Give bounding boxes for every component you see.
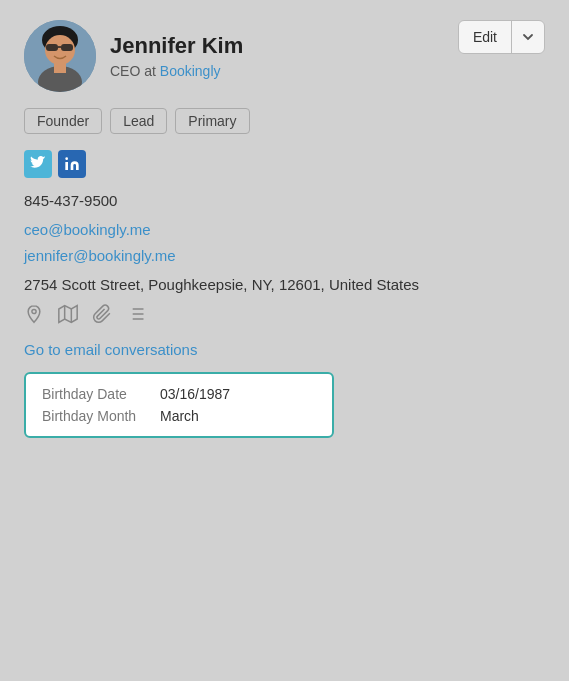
edit-dropdown-button[interactable] [512,21,544,53]
phone-section: 845-437-9500 [24,190,545,213]
contact-header: Jennifer Kim CEO at Bookingly Edit [24,20,545,92]
birthday-month-label: Birthday Month [42,408,152,424]
email-2[interactable]: jennifer@bookingly.me [24,245,545,268]
contact-role: CEO at Bookingly [110,63,243,79]
tag-founder[interactable]: Founder [24,108,102,134]
birthday-date-value: 03/16/1987 [160,386,230,402]
birthday-month-row: Birthday Month March [42,408,316,424]
list-icon[interactable] [126,304,146,329]
phone-number[interactable]: 845-437-9500 [24,190,545,213]
linkedin-icon [64,156,80,172]
email-section: ceo@bookingly.me jennifer@bookingly.me [24,219,545,268]
avatar [24,20,96,92]
contact-info-header: Jennifer Kim CEO at Bookingly [110,33,243,78]
svg-rect-3 [46,44,58,51]
role-text: CEO at [110,63,156,79]
twitter-icon [30,156,46,172]
company-link[interactable]: Bookingly [160,63,221,79]
chevron-down-icon [522,31,534,43]
location-icon[interactable] [24,304,44,329]
birthday-month-value: March [160,408,199,424]
go-to-email-link[interactable]: Go to email conversations [24,341,545,358]
birthday-date-label: Birthday Date [42,386,152,402]
email-1[interactable]: ceo@bookingly.me [24,219,545,242]
birthday-date-row: Birthday Date 03/16/1987 [42,386,316,402]
svg-point-8 [65,157,68,160]
attachment-icon[interactable] [92,304,112,329]
map-icon[interactable] [58,304,78,329]
social-icons [24,150,545,178]
birthday-box: Birthday Date 03/16/1987 Birthday Month … [24,372,334,438]
edit-button[interactable]: Edit [459,21,511,53]
contact-card: Jennifer Kim CEO at Bookingly Edit Found… [0,0,569,462]
svg-point-9 [32,309,36,313]
edit-button-group[interactable]: Edit [458,20,545,54]
twitter-link[interactable] [24,150,52,178]
action-icons [24,304,545,329]
tag-primary[interactable]: Primary [175,108,249,134]
header-left: Jennifer Kim CEO at Bookingly [24,20,243,92]
tags-container: Founder Lead Primary [24,108,545,134]
contact-name: Jennifer Kim [110,33,243,59]
svg-rect-4 [61,44,73,51]
tag-lead[interactable]: Lead [110,108,167,134]
svg-rect-7 [54,63,66,73]
svg-marker-10 [59,306,77,323]
address: 2754 Scott Street, Poughkeepsie, NY, 126… [24,274,545,297]
linkedin-link[interactable] [58,150,86,178]
